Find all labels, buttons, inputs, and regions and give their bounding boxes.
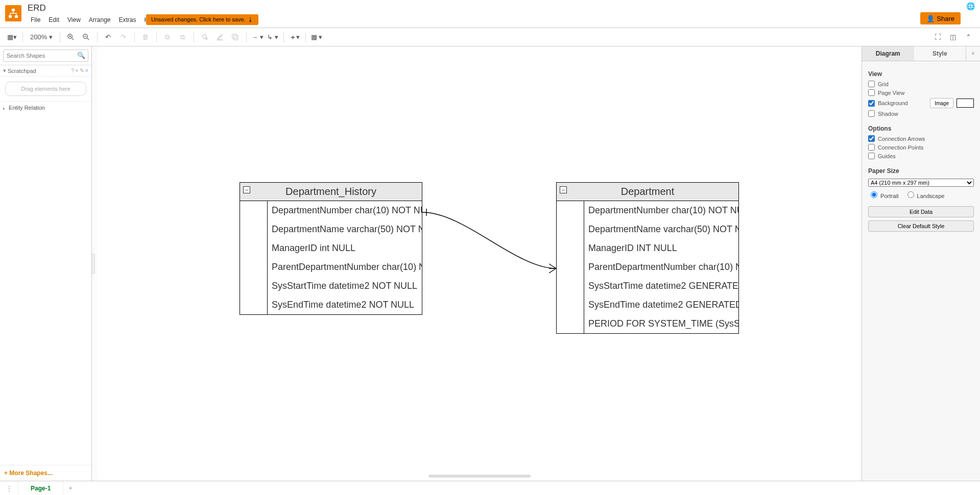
footer-tabs: ⋮ Page-1 ＋ [0, 481, 980, 495]
to-back-button[interactable]: ⧉ [176, 31, 189, 44]
scratchpad-help-icon[interactable]: ? [71, 67, 74, 74]
svg-rect-6 [234, 36, 238, 40]
column-row[interactable]: DepartmentNumber char(10) NOT NULL [268, 201, 422, 220]
menu-extras[interactable]: Extras [116, 15, 139, 24]
edit-data-button[interactable]: Edit Data [868, 206, 974, 217]
chk-pageview[interactable]: Page View [868, 88, 974, 97]
zoom-dropdown[interactable]: 200% ▾ [27, 32, 56, 42]
column-row[interactable]: DepartmentNumber char(10) NOT NULL [584, 201, 738, 220]
fullscreen-button[interactable]: ⛶ [931, 31, 944, 44]
menu-view[interactable]: View [64, 15, 84, 24]
scratchpad-edit-icon[interactable]: ✎ [80, 67, 84, 74]
entity-title: Department [621, 186, 675, 197]
shapes-sidebar: 🔍 ▾ Scratchpad ? + ✎ × Drag elements her… [0, 46, 92, 481]
tab-diagram[interactable]: Diagram [862, 46, 914, 61]
scratchpad-close-icon[interactable]: × [85, 67, 88, 74]
column-row[interactable]: DepartmentName varchar(50) NOT NULL [268, 220, 422, 239]
entity-department-history[interactable]: − Department_History DepartmentNumber ch… [240, 182, 422, 315]
sidebar-toggle-button[interactable]: ▦▾ [5, 31, 18, 44]
delete-button[interactable]: 🗑 [139, 31, 152, 44]
zoom-out-button[interactable] [80, 31, 93, 44]
column-row[interactable]: PERIOD FOR SYSTEM_TIME (SysStartTime, Sy… [584, 314, 738, 333]
unsaved-banner[interactable]: Unsaved changes. Click here to save. ⭳ [146, 14, 258, 25]
format-panel-toggle[interactable]: ◫ [946, 31, 960, 44]
chk-shadow[interactable]: Shadow [868, 109, 974, 118]
column-row[interactable]: SysStartTime datetime2 GENERATED ALWAYS … [584, 277, 738, 295]
page-tab-1[interactable]: Page-1 [18, 481, 63, 495]
entity-department[interactable]: − Department DepartmentNumber char(10) N… [556, 182, 739, 334]
column-row[interactable]: SysEndTime datetime2 GENERATED ALWAYS AS… [584, 295, 738, 314]
chk-background-label: Background [878, 100, 927, 106]
download-icon: ⭳ [248, 14, 253, 25]
pages-menu-button[interactable]: ⋮ [0, 481, 18, 495]
column-row[interactable]: ManagerID int NULL [268, 239, 422, 258]
format-panel: Diagram Style × View Grid Page View Back… [862, 46, 980, 481]
entity-header[interactable]: − Department_History [240, 183, 422, 201]
tab-style[interactable]: Style [914, 46, 966, 61]
panel-tabs: Diagram Style × [862, 46, 980, 61]
panel-close-button[interactable]: × [966, 46, 980, 61]
unsaved-text: Unsaved changes. Click here to save. [151, 14, 246, 25]
toolbar: ▦▾ 200% ▾ ↶ ↷ 🗑 ⧉ ⧉ → ▾ ↳ ▾ ＋▾ ▦ ▾ ⛶ ◫ ⌃ [0, 28, 980, 46]
clear-style-button[interactable]: Clear Default Style [868, 220, 974, 232]
collapse-icon[interactable]: − [560, 186, 567, 193]
column-row[interactable]: SysStartTime datetime2 NOT NULL [268, 277, 422, 295]
language-icon[interactable]: 🌐 [966, 2, 975, 10]
table-dropdown[interactable]: ▦ ▾ [310, 31, 323, 44]
fill-color-button[interactable] [198, 31, 211, 44]
line-color-button[interactable] [213, 31, 227, 44]
column-row[interactable]: ParentDepartmentNumber char(10) NULL [268, 258, 422, 277]
svg-rect-2 [15, 15, 18, 18]
app-logo[interactable] [5, 5, 21, 21]
menu-row: File Edit View Arrange Extras Help [28, 15, 160, 24]
chk-conn-points[interactable]: Connection Points [868, 143, 974, 152]
scratchpad-dropzone[interactable]: Drag elements here [5, 82, 86, 96]
canvas[interactable]: − Department_History DepartmentNumber ch… [92, 46, 862, 481]
insert-dropdown[interactable]: ＋▾ [288, 31, 301, 44]
column-row[interactable]: ParentDepartmentNumber char(10) NULL [584, 258, 738, 277]
background-image-button[interactable]: Image [930, 98, 953, 108]
menu-edit[interactable]: Edit [45, 15, 62, 24]
chk-guides[interactable]: Guides [868, 152, 974, 160]
more-shapes-button[interactable]: More Shapes... [0, 465, 91, 481]
section-paper-size: Paper Size [868, 167, 974, 175]
to-front-button[interactable]: ⧉ [161, 31, 174, 44]
column-row[interactable]: DepartmentName varchar(50) NOT NULL [584, 220, 738, 239]
redo-button[interactable]: ↷ [117, 31, 130, 44]
entity-title: Department_History [285, 186, 376, 197]
scratchpad-header[interactable]: ▾ Scratchpad ? + ✎ × [0, 65, 91, 77]
user-icon: 👤 [926, 15, 935, 22]
zoom-in-button[interactable] [64, 31, 78, 44]
radio-landscape[interactable]: Landscape [905, 190, 945, 199]
chk-grid[interactable]: Grid [868, 80, 974, 88]
shadow-button[interactable] [229, 31, 242, 44]
chk-conn-arrows[interactable]: Connection Arrows [868, 134, 974, 143]
horizontal-scrollbar[interactable] [428, 475, 531, 478]
entity-header[interactable]: − Department [557, 183, 738, 201]
waypoints-dropdown[interactable]: ↳ ▾ [266, 31, 279, 44]
collapse-toolbar-button[interactable]: ⌃ [962, 31, 975, 44]
connection-dropdown[interactable]: → ▾ [251, 31, 264, 44]
chk-background[interactable] [868, 100, 875, 107]
collapse-icon[interactable]: − [243, 186, 250, 193]
share-button[interactable]: 👤 Share [920, 12, 961, 24]
column-row[interactable]: SysEndTime datetime2 NOT NULL [268, 295, 422, 314]
section-options: Options [868, 125, 974, 132]
background-color-swatch[interactable] [957, 98, 974, 108]
menu-file[interactable]: File [28, 15, 43, 24]
add-page-button[interactable]: ＋ [63, 484, 78, 492]
column-row[interactable]: ManagerID INT NULL [584, 239, 738, 258]
menu-arrange[interactable]: Arrange [86, 15, 114, 24]
scratchpad-label: Scratchpad [8, 68, 36, 74]
undo-button[interactable]: ↶ [102, 31, 115, 44]
svg-rect-5 [232, 34, 236, 38]
sidebar-splitter[interactable] [92, 254, 95, 274]
shape-section-entity-relation[interactable]: Entity Relation [0, 101, 91, 114]
document-title[interactable]: ERD [28, 3, 46, 13]
search-shapes-input[interactable] [3, 50, 88, 62]
paper-size-select[interactable]: A4 (210 mm x 297 mm) [868, 179, 974, 187]
zoom-value: 200% [30, 33, 47, 41]
scratchpad-add-icon[interactable]: + [75, 67, 78, 74]
entity-key-column [557, 201, 584, 333]
radio-portrait[interactable]: Portrait [868, 190, 899, 199]
